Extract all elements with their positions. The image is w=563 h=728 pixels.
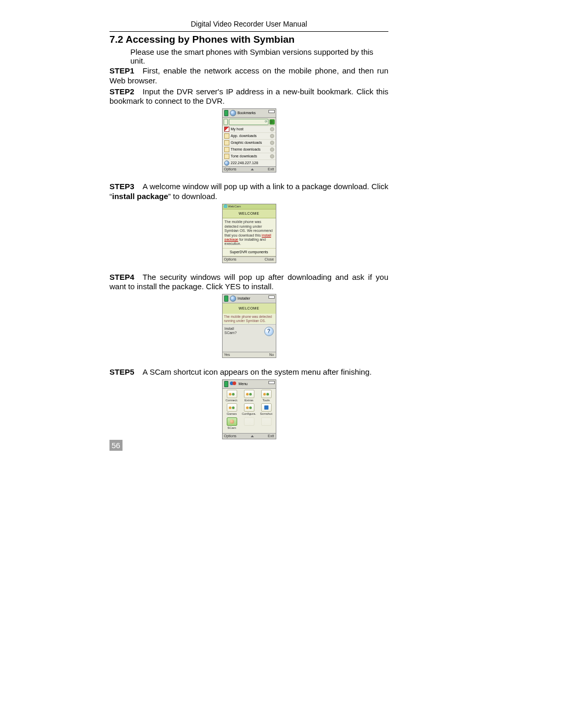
fig1-bookmark-list: My hostApp. downloadsGraphic downloadsTh… [223, 126, 276, 166]
fig3-prompt-line2: SCam? [225, 331, 237, 335]
bookmark-label: 222.248.227.128 [231, 161, 259, 165]
toolbar-go-button[interactable] [270, 119, 275, 125]
battery-icon [268, 381, 275, 384]
arrow-up-icon[interactable] [251, 435, 254, 437]
page-number: 56 [109, 440, 123, 451]
section-title: 7.2 Accessing by Phones with Symbian [109, 34, 388, 45]
bookmark-item[interactable]: Graphic downloads [223, 140, 276, 146]
bookmark-item[interactable]: 222.248.227.128 [223, 160, 276, 166]
globe-icon [230, 110, 236, 116]
intro-text: Please use the smart phones with Symbian… [130, 47, 388, 65]
step-5: STEP5A SCam shortcut icon appears on the… [109, 367, 388, 377]
fig1-toolbar: ⟳ [223, 118, 276, 126]
bookmark-item[interactable]: Tone downloads [223, 153, 276, 160]
fig3-title: Installer [238, 297, 251, 301]
fig3-banner: WELCOME [223, 303, 276, 314]
fig4-softkey-options[interactable]: Options [224, 434, 237, 438]
fig1-softkey-options[interactable]: Options [224, 167, 237, 171]
figure-2-holder: 🌐 WebCam WELCOME The mobile phone was de… [109, 204, 388, 263]
bookmark-item[interactable]: My host [223, 126, 276, 133]
signal-icon [224, 381, 228, 387]
folder-icon [224, 133, 229, 139]
toolbar-url-box[interactable]: ⟳ [229, 119, 268, 125]
figure-3-phone: Installer WELCOME The mobile phone was d… [222, 294, 276, 358]
fig2-components[interactable]: SuperDVR components [223, 248, 276, 256]
bookmark-label: My host [231, 127, 244, 131]
fig4-row-2: Games Configura. Scrnshot [224, 403, 274, 416]
step-3-bold: install package [112, 192, 168, 201]
fig2-softkey-options[interactable]: Options [224, 257, 237, 262]
app-connect[interactable]: Connect. [224, 390, 240, 402]
step-4-text: The security windows will pop up after d… [109, 273, 388, 291]
bookmark-label: Tone downloads [231, 154, 258, 158]
fig3-message: The mobile phone was detected running un… [223, 314, 276, 324]
fig4-softkeys: Options Exit [223, 433, 276, 439]
fig4-app-grid: Connect. Extras Tools Games Configura. S… [223, 389, 276, 433]
app-scrnshot[interactable]: Scrnshot [259, 403, 274, 416]
step-4-label: STEP4 [109, 273, 134, 281]
play-icon [271, 120, 273, 124]
signal-icon [224, 295, 228, 302]
step-2: STEP2Input the DVR server's IP address i… [109, 87, 388, 107]
fig1-softkeys: Options Exit [223, 166, 276, 172]
step-5-text: A SCam shortcut icon appears on the syst… [143, 367, 372, 376]
figure-1-phone: Bookmarks ⟳ My hostApp. downloadsGraphic… [222, 108, 276, 172]
fig3-softkey-yes[interactable]: Yes [224, 353, 230, 357]
step-2-label: STEP2 [109, 87, 134, 96]
fig4-row-1: Connect. Extras Tools [224, 390, 274, 402]
fig4-softkey-exit[interactable]: Exit [268, 434, 274, 438]
app-games[interactable]: Games [224, 403, 240, 416]
radio-indicator [270, 141, 274, 145]
fig3-prompt-text: Install SCam? [225, 327, 237, 350]
fig3-titlebar: Installer [223, 294, 276, 303]
bookmark-item[interactable]: Theme downloads [223, 146, 276, 153]
step-3-label: STEP3 [109, 182, 134, 191]
fig1-titlebar: Bookmarks [223, 109, 276, 118]
step-3: STEP3A welcome window will pop up with a… [109, 182, 388, 202]
app-tools[interactable]: Tools [259, 390, 274, 402]
folder-icon [224, 140, 229, 145]
step-5-label: STEP5 [109, 367, 134, 376]
app-extras-label: Extras [241, 399, 257, 402]
bookmark-item[interactable]: App. downloads [223, 133, 276, 140]
bookmark-label: Theme downloads [231, 147, 261, 152]
header-divider [109, 31, 388, 32]
figure-4-phone: Menu Connect. Extras Tools Games Configu… [222, 379, 276, 439]
step-3-post: ” to download. [168, 192, 217, 201]
bookmark-label: Graphic downloads [231, 141, 262, 145]
app-configura-label: Configura. [241, 412, 257, 416]
app-games-label: Games [224, 412, 240, 416]
fig3-softkey-no[interactable]: No [270, 353, 274, 357]
fig4-title: Menu [239, 382, 248, 386]
globe-icon [230, 295, 236, 302]
fig3-prompt-line1: Install [225, 327, 237, 331]
battery-icon [268, 110, 275, 113]
app-scam[interactable]: SCam [224, 417, 240, 430]
fig2-softkey-close[interactable]: Close [265, 257, 274, 262]
arrow-up-icon[interactable] [251, 168, 254, 170]
flag-icon [224, 127, 229, 132]
app-configura[interactable]: Configura. [241, 403, 257, 416]
question-icon: ? [264, 327, 274, 336]
figure-4-holder: Menu Connect. Extras Tools Games Configu… [109, 379, 388, 439]
fig4-row-3: SCam [224, 417, 274, 430]
toolbar-button-left[interactable] [224, 119, 228, 125]
fig2-softkeys: Options Close [223, 256, 276, 262]
globe-icon [224, 161, 229, 166]
step-2-text: Input the DVR server's IP address in a n… [109, 87, 388, 106]
figure-3-holder: Installer WELCOME The mobile phone was d… [109, 294, 388, 358]
step-1-label: STEP1 [109, 66, 134, 75]
fig1-softkey-exit[interactable]: Exit [268, 167, 274, 171]
page-header: Digital Video Recorder User Manual [109, 20, 388, 31]
app-tools-label: Tools [259, 399, 274, 402]
fig2-banner: WELCOME [223, 209, 276, 218]
radio-indicator [270, 147, 274, 152]
figure-1-holder: Bookmarks ⟳ My hostApp. downloadsGraphic… [109, 108, 388, 172]
signal-icon [224, 110, 228, 116]
bookmark-label: App. downloads [231, 134, 257, 138]
folder-icon [224, 154, 229, 159]
fig2-topbar: 🌐 WebCam [223, 204, 276, 209]
app-scam-label: SCam [224, 426, 240, 430]
app-extras[interactable]: Extras [241, 390, 257, 402]
fig4-titlebar: Menu [223, 380, 276, 389]
